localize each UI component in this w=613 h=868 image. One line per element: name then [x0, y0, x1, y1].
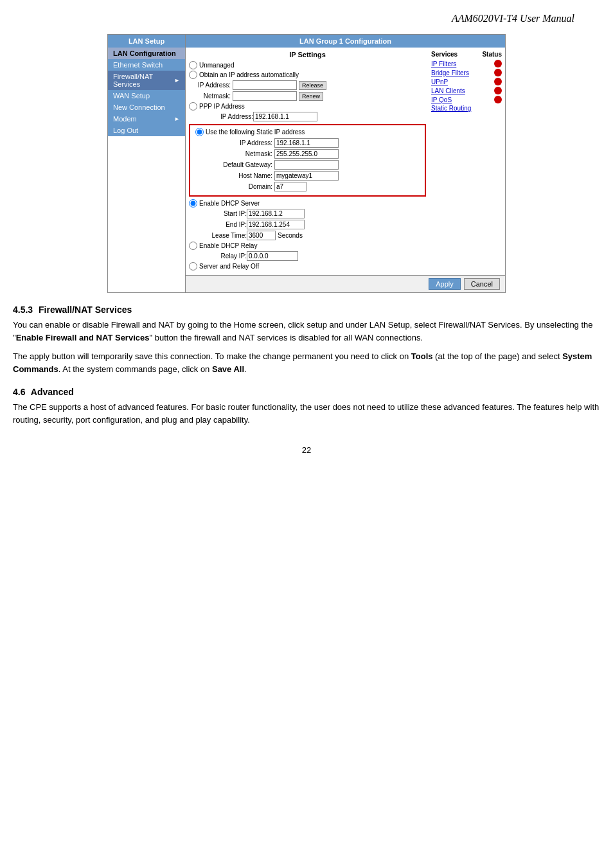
host-name-label: Host Name:: [208, 172, 272, 179]
sidebar-item-log-out[interactable]: Log Out: [108, 125, 185, 136]
content-body: IP Settings Unmanaged Obtain an IP addre…: [186, 48, 505, 275]
sidebar-item-wan-setup[interactable]: WAN Setup: [108, 90, 185, 102]
sidebar-item-label: Ethernet Switch: [113, 61, 163, 69]
netmask-input[interactable]: [233, 91, 297, 101]
radio-server-relay-off[interactable]: [189, 262, 197, 270]
lease-time-input[interactable]: [247, 231, 276, 240]
static-ip-address-row: IP Address:: [195, 138, 420, 148]
ip-qos-status-icon: [494, 96, 502, 103]
start-ip-row: Start IP:: [189, 209, 426, 218]
section-453-para-1: You can enable or disable Firewall and N…: [13, 319, 600, 344]
services-section: Services Status IP Filters Bridge Filter…: [431, 51, 502, 272]
radio-unmanaged[interactable]: [189, 61, 197, 69]
dhcp-relay-label: Enable DHCP Relay: [199, 242, 257, 249]
ppp-ip-input[interactable]: [253, 112, 317, 121]
bridge-filters-link[interactable]: Bridge Filters: [431, 69, 469, 76]
bold-system-commands: System Commands: [13, 351, 592, 374]
release-button[interactable]: Release: [299, 81, 326, 90]
section-453-title: Firewall/NAT Services: [39, 305, 132, 315]
relay-ip-label: Relay IP:: [202, 252, 247, 260]
section-453-number: 4.5.3: [13, 305, 33, 315]
main-ui: LAN Setup LAN Configuration Ethernet Swi…: [107, 34, 506, 293]
sidebar-item-ethernet-switch[interactable]: Ethernet Switch: [108, 59, 185, 71]
default-gateway-input[interactable]: [274, 160, 339, 170]
sidebar-section-lan: LAN Configuration: [108, 48, 185, 59]
dhcp-server-row: Enable DHCP Server: [189, 199, 426, 208]
ppp-ip-label: IP Address:: [208, 113, 253, 120]
start-ip-input[interactable]: [247, 209, 305, 218]
ip-settings-title: IP Settings: [189, 51, 426, 58]
sidebar-item-firewall-nat[interactable]: Firewall/NAT Services ►: [108, 71, 185, 90]
sidebar-item-label: New Connection: [113, 103, 165, 111]
renew-button[interactable]: Renew: [299, 92, 323, 101]
default-gateway-row: Default Gateway:: [195, 160, 420, 170]
upnp-status-icon: [494, 78, 502, 85]
static-ip-input[interactable]: [274, 138, 339, 148]
static-netmask-label: Netmask:: [208, 150, 272, 157]
content-title: LAN Group 1 Configuration: [186, 35, 505, 48]
section-46-title: Advanced: [31, 387, 74, 397]
netmask-label: Netmask:: [189, 93, 231, 100]
radio-unmanaged-label: Unmanaged: [199, 62, 234, 69]
sidebar-item-new-connection[interactable]: New Connection: [108, 102, 185, 113]
domain-label: Domain:: [208, 183, 272, 190]
services-col-label: Services: [431, 51, 458, 58]
radio-obtain-auto[interactable]: [189, 71, 197, 79]
service-row-ip-qos: IP QoS: [431, 96, 502, 103]
sidebar: LAN Setup LAN Configuration Ethernet Swi…: [108, 35, 185, 292]
dhcp-section: Enable DHCP Server Start IP: End IP: Lea…: [189, 199, 426, 270]
static-netmask-input[interactable]: [274, 149, 339, 159]
start-ip-label: Start IP:: [202, 210, 247, 217]
section-46-number: 4.6: [13, 387, 25, 397]
upnp-link[interactable]: UPnP: [431, 78, 448, 85]
radio-dhcp-relay[interactable]: [189, 242, 197, 250]
sidebar-item-modem[interactable]: Modem ►: [108, 113, 185, 125]
lan-clients-link[interactable]: LAN Clients: [431, 87, 465, 94]
service-row-static-routing: Static Routing: [431, 105, 502, 112]
radio-dhcp-server[interactable]: [189, 199, 197, 208]
ip-filters-link[interactable]: IP Filters: [431, 60, 456, 67]
sidebar-item-label: Modem: [113, 115, 137, 123]
end-ip-input[interactable]: [247, 220, 305, 229]
radio-ppp[interactable]: [189, 102, 197, 111]
cancel-button[interactable]: Cancel: [464, 278, 500, 290]
lan-clients-status-icon: [494, 87, 502, 94]
relay-ip-row: Relay IP:: [189, 251, 426, 261]
static-ip-radio-label: Use the following Static IP address: [206, 128, 305, 136]
ip-settings-section: IP Settings Unmanaged Obtain an IP addre…: [189, 51, 426, 272]
bridge-filters-status-icon: [494, 69, 502, 76]
ppp-ip-row: IP Address:: [189, 112, 426, 121]
static-ip-radio-row: Use the following Static IP address: [195, 128, 420, 136]
static-ip-label: IP Address:: [208, 139, 272, 146]
services-header: Services Status: [431, 51, 502, 58]
netmask-row: Netmask: Renew: [189, 91, 426, 101]
page-number: 22: [13, 445, 600, 455]
bold-save-all: Save All: [212, 364, 244, 374]
footer-buttons: Apply Cancel: [186, 275, 505, 292]
domain-row: Domain:: [195, 182, 420, 191]
service-row-upnp: UPnP: [431, 78, 502, 85]
bold-text-1: Enable Firewall and NAT Services: [16, 333, 150, 342]
ip-address-label: IP Address:: [189, 82, 231, 89]
domain-input[interactable]: [274, 182, 306, 191]
radio-static-ip[interactable]: [195, 128, 204, 136]
host-name-input[interactable]: [274, 171, 339, 181]
arrow-icon: ►: [174, 77, 180, 84]
server-relay-off-row: Server and Relay Off: [189, 262, 426, 270]
ip-qos-link[interactable]: IP QoS: [431, 96, 452, 103]
ip-address-input[interactable]: [233, 80, 297, 90]
section-453-para-2: The apply button will temporarily save t…: [13, 350, 600, 375]
default-gateway-label: Default Gateway:: [208, 161, 272, 168]
lease-time-label: Lease Time:: [202, 232, 247, 239]
lease-time-row: Lease Time: Seconds: [189, 231, 426, 240]
ip-filters-status-icon: [494, 60, 502, 67]
apply-button[interactable]: Apply: [429, 278, 461, 290]
sidebar-item-label: Log Out: [113, 127, 138, 134]
sidebar-title: LAN Setup: [108, 35, 185, 48]
static-routing-link[interactable]: Static Routing: [431, 105, 471, 112]
dhcp-relay-row: Enable DHCP Relay: [189, 242, 426, 250]
service-row-bridge-filters: Bridge Filters: [431, 69, 502, 76]
server-relay-off-label: Server and Relay Off: [199, 263, 259, 270]
section-46-heading: 4.6 Advanced: [13, 387, 600, 397]
relay-ip-input[interactable]: [247, 251, 298, 261]
